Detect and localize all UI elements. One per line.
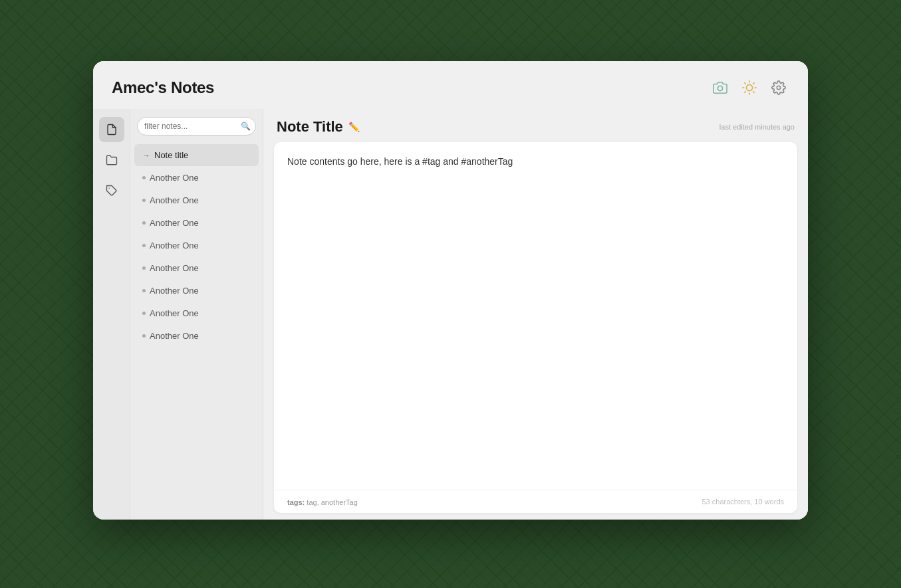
app-body: 🔍 → Note title Another One Another One (93, 109, 808, 520)
camera-button[interactable] (709, 77, 731, 98)
search-input-wrapper: 🔍 (137, 117, 256, 136)
note-item[interactable]: Another One (134, 167, 259, 189)
svg-point-1 (746, 84, 752, 90)
note-title: Note Title (277, 118, 343, 136)
svg-line-5 (753, 92, 754, 92)
sun-button[interactable] (739, 77, 760, 98)
settings-button[interactable] (768, 77, 789, 98)
note-dot-icon (142, 266, 146, 270)
app-window: Amec's Notes (93, 61, 808, 520)
note-item[interactable]: Another One (134, 325, 259, 347)
note-item-label: Another One (150, 195, 199, 205)
note-footer: tags: tag, anotherTag 53 charachters, 10… (274, 490, 797, 513)
folder-icon (106, 154, 118, 166)
note-item[interactable]: Another One (134, 212, 259, 234)
tag-icon (106, 185, 118, 197)
note-item-label: Note title (154, 150, 188, 160)
active-arrow-icon: → (142, 151, 150, 160)
note-item[interactable]: Another One (134, 302, 259, 324)
document-icon (106, 124, 118, 136)
notes-list-panel: 🔍 → Note title Another One Another One (130, 109, 263, 520)
note-item-label: Another One (150, 173, 199, 183)
note-dot-icon (142, 312, 146, 315)
search-input[interactable] (137, 117, 256, 136)
note-editor-area: Note contents go here, here is a #tag an… (274, 142, 797, 513)
svg-line-9 (753, 83, 754, 84)
app-title: Amec's Notes (112, 78, 214, 97)
header-icons (709, 77, 789, 98)
search-container: 🔍 (130, 109, 263, 141)
tags-label: tags: (287, 498, 305, 506)
last-edited-text: last edited minutes ago (719, 123, 795, 131)
settings-icon (771, 80, 786, 95)
note-item[interactable]: Another One (134, 280, 259, 302)
camera-icon (713, 80, 727, 95)
app-header: Amec's Notes (93, 61, 808, 109)
svg-point-10 (777, 86, 781, 90)
note-dot-icon (142, 221, 146, 225)
note-header: Note Title ✏️ last edited minutes ago (263, 109, 808, 142)
sidebar-item-folder[interactable] (99, 147, 124, 173)
note-item-label: Another One (150, 286, 199, 296)
edit-icon[interactable]: ✏️ (348, 122, 360, 132)
note-dot-icon (142, 334, 146, 338)
sun-icon (742, 80, 757, 95)
tags-values: tag, anotherTag (307, 498, 357, 506)
note-item[interactable]: Another One (134, 235, 259, 256)
tags-section: tags: tag, anotherTag (287, 496, 358, 508)
sidebar-item-notes[interactable] (99, 117, 124, 142)
note-item-label: Another One (150, 263, 199, 273)
note-item[interactable]: → Note title (134, 144, 259, 166)
note-title-row: Note Title ✏️ (277, 118, 360, 136)
note-dot-icon (142, 176, 146, 179)
note-content-textarea[interactable]: Note contents go here, here is a #tag an… (274, 142, 797, 490)
note-item-label: Another One (150, 308, 199, 318)
note-dot-icon (142, 289, 146, 292)
main-content: Note Title ✏️ last edited minutes ago No… (263, 109, 808, 520)
note-item-label: Another One (150, 241, 199, 250)
svg-point-0 (717, 86, 722, 90)
note-item[interactable]: Another One (134, 257, 259, 279)
note-item[interactable]: Another One (134, 189, 259, 211)
note-dot-icon (142, 244, 146, 247)
word-count-text: 53 charachters, 10 words (702, 498, 784, 506)
note-item-label: Another One (150, 218, 199, 228)
svg-line-8 (745, 92, 745, 92)
note-dot-icon (142, 199, 146, 202)
sidebar-item-tags[interactable] (99, 178, 124, 203)
notes-list: → Note title Another One Another One Ano… (130, 141, 263, 520)
note-item-label: Another One (150, 331, 199, 341)
svg-line-4 (745, 83, 745, 84)
sidebar (93, 109, 130, 520)
